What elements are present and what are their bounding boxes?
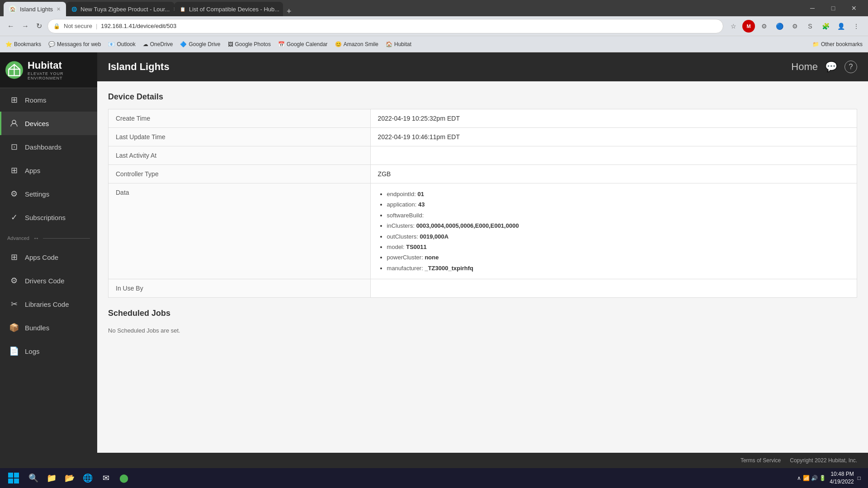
main-header: Island Lights Home 💬 ?	[97, 52, 868, 81]
window-maximize[interactable]: □	[823, 0, 844, 16]
table-row: Controller Type ZGB	[108, 165, 857, 183]
sidebar-item-dashboards[interactable]: ⊡ Dashboards	[0, 135, 97, 159]
sidebar-item-libraries-code[interactable]: ✂ Libraries Code	[0, 292, 97, 316]
bookmark-messages[interactable]: 💬 Messages for web	[48, 41, 101, 47]
menu-button[interactable]: ⋮	[850, 20, 863, 33]
tab-3-label: List of Compatible Devices - Hub...	[189, 6, 279, 13]
gmail-icon[interactable]: M	[742, 20, 755, 33]
bookmark-amazon[interactable]: 😊 Amazon Smile	[335, 41, 378, 47]
field-label-last-update-time: Last Update Time	[108, 128, 371, 146]
bundles-icon: 📦	[9, 322, 19, 333]
bookmark-hubitat[interactable]: 🏠 Hubitat	[386, 41, 411, 47]
browser-tab-1[interactable]: 🏠 Island Lights ✕	[4, 2, 66, 16]
home-button[interactable]: Home	[791, 61, 818, 73]
taskbar-file-icon[interactable]: 📁	[43, 470, 60, 486]
sidebar-item-drivers-code[interactable]: ⚙ Drivers Code	[0, 269, 97, 292]
footer-terms[interactable]: Terms of Service	[741, 457, 781, 464]
hubitat-logo-icon	[5, 60, 23, 80]
taskbar-clock: 10:48 PM 4/19/2022	[830, 470, 854, 486]
taskbar-date-display: 4/19/2022	[830, 478, 854, 486]
bookmark-gcal-label: Google Calendar	[287, 41, 328, 47]
bookmarks-folder-icon: ⭐	[5, 41, 12, 47]
url-bar[interactable]: 🔒 Not secure | 192.168.1.41/device/edit/…	[47, 19, 723, 33]
list-item: inClusters: 0003,0004,0005,0006,E000,E00…	[387, 221, 849, 231]
sidebar-item-logs[interactable]: 📄 Logs	[0, 339, 97, 363]
sidebar-item-devices[interactable]: Devices	[0, 112, 97, 135]
home-label: Home	[791, 61, 818, 72]
data-item-value-0: 01	[418, 191, 424, 197]
subscriptions-icon: ✓	[9, 212, 19, 223]
page-title: Island Lights	[108, 61, 170, 73]
reload-button[interactable]: ↻	[34, 20, 44, 32]
sidebar-item-apps-label: Apps	[25, 167, 40, 174]
taskbar: 🔍 📁 📂 🌐 ✉ ⬤ ∧ 📶 🔊 🔋 10:48 PM 4/19/2022 □	[0, 468, 868, 488]
logo-brand: Hubitat	[28, 60, 92, 71]
browser-tab-3[interactable]: 📋 List of Compatible Devices - Hub... ✕	[175, 2, 283, 16]
sidebar-item-subscriptions[interactable]: ✓ Subscriptions	[0, 206, 97, 229]
sidebar-item-logs-label: Logs	[25, 347, 40, 355]
messages-icon: 💬	[48, 41, 55, 47]
sidebar-item-rooms[interactable]: ⊞ Rooms	[0, 88, 97, 112]
bookmark-gcal[interactable]: 📅 Google Calendar	[278, 41, 328, 47]
extension-icon-2[interactable]: 🔵	[773, 20, 786, 33]
taskbar-right: ∧ 📶 🔊 🔋 10:48 PM 4/19/2022 □	[797, 470, 864, 486]
bookmark-star-icon[interactable]: ☆	[727, 20, 740, 33]
bookmark-amazon-label: Amazon Smile	[344, 41, 378, 47]
data-item-label-6: powerCluster:	[387, 254, 425, 261]
field-value-in-use-by	[370, 279, 857, 298]
bookmark-gdrive[interactable]: 🔷 Google Drive	[180, 41, 220, 47]
sidebar-item-apps[interactable]: ⊞ Apps	[0, 159, 97, 182]
main-content: Island Lights Home 💬 ? Device Details Cr…	[97, 52, 868, 468]
data-item-value-3: 0003,0004,0005,0006,E000,E001,0000	[416, 222, 519, 229]
field-label-data: Data	[108, 183, 371, 279]
sidebar-item-apps-code[interactable]: ⊞ Apps Code	[0, 245, 97, 269]
settings-icon: ⚙	[9, 188, 19, 199]
taskbar-search-icon[interactable]: 🔍	[25, 470, 42, 486]
data-item-value-7: _TZ3000_txpirhfq	[425, 265, 473, 272]
hubitat-bm-icon: 🏠	[386, 41, 392, 47]
taskbar-chrome-icon[interactable]: ⬤	[116, 470, 132, 486]
window-minimize[interactable]: ─	[802, 0, 823, 16]
browser-tab-2[interactable]: 🌐 New Tuya Zigbee Product - Lour... ✕	[66, 2, 175, 16]
new-tab-button[interactable]: +	[283, 7, 295, 16]
chat-button[interactable]: 💬	[825, 61, 837, 73]
taskbar-edge-icon[interactable]: 🌐	[80, 470, 96, 486]
bookmark-bookmarks[interactable]: ⭐ Bookmarks	[5, 41, 41, 47]
data-item-label-5: model:	[387, 244, 406, 250]
taskbar-system-tray: ∧ 📶 🔊 🔋	[797, 475, 826, 481]
taskbar-start-button[interactable]	[4, 468, 24, 488]
list-item: model: TS0011	[387, 242, 849, 252]
bookmark-gphotos[interactable]: 🖼 Google Photos	[228, 41, 271, 47]
rooms-icon: ⊞	[9, 94, 19, 105]
data-item-label-1: application:	[387, 201, 418, 208]
sidebar-item-bundles[interactable]: 📦 Bundles	[0, 316, 97, 339]
tab-1-close[interactable]: ✕	[57, 6, 61, 12]
profile-icon[interactable]: 👤	[835, 20, 847, 33]
extension-icon-4[interactable]: S	[804, 20, 816, 33]
extension-icon-3[interactable]: ⚙	[788, 20, 801, 33]
extensions-button[interactable]: 🧩	[819, 20, 832, 33]
table-row: Data endpointId: 01 application: 43 soft…	[108, 183, 857, 279]
field-value-create-time: 2022-04-19 10:25:32pm EDT	[370, 109, 857, 128]
sidebar-item-settings[interactable]: ⚙ Settings	[0, 182, 97, 206]
advanced-collapse-icon[interactable]: ↔	[33, 235, 39, 242]
table-row: In Use By	[108, 279, 857, 298]
taskbar-folder-icon[interactable]: 📂	[61, 470, 78, 486]
forward-button[interactable]: →	[20, 20, 31, 32]
back-button[interactable]: ←	[5, 20, 16, 32]
notification-icon[interactable]: □	[858, 475, 861, 481]
extension-icon-1[interactable]: ⚙	[758, 20, 770, 33]
apps-icon: ⊞	[9, 165, 19, 176]
list-item: softwareBuild:	[387, 210, 849, 221]
url-text: 192.168.1.41/device/edit/503	[101, 23, 176, 29]
data-item-label-3: inClusters:	[387, 222, 416, 229]
taskbar-mail-icon[interactable]: ✉	[98, 470, 114, 486]
bookmark-onedrive[interactable]: ☁ OneDrive	[143, 41, 173, 47]
bookmark-other[interactable]: 📁 Other bookmarks	[812, 41, 863, 47]
window-close[interactable]: ✕	[844, 0, 864, 16]
bookmark-outlook[interactable]: 📧 Outlook	[108, 41, 135, 47]
field-value-data: endpointId: 01 application: 43 softwareB…	[370, 183, 857, 279]
advanced-label: Advanced	[7, 235, 29, 241]
help-button[interactable]: ?	[844, 61, 857, 73]
no-jobs-message: No Scheduled Jobs are set.	[108, 325, 857, 336]
